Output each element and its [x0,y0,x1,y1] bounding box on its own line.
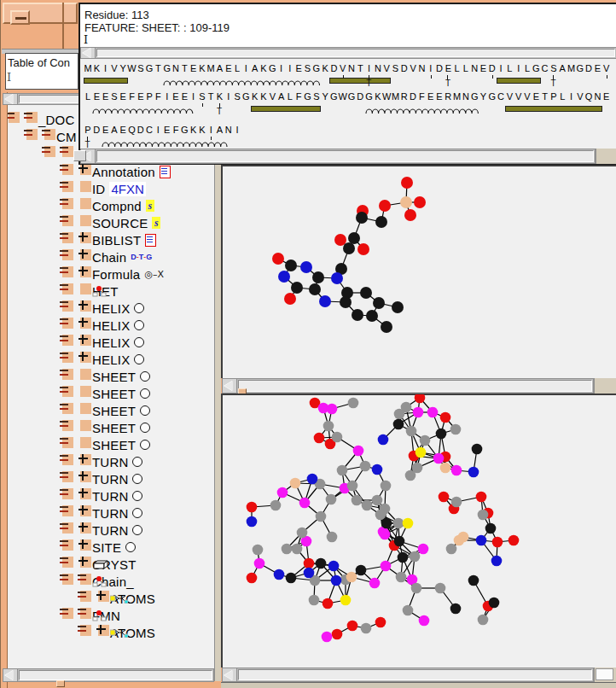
tree-item-cryst-26[interactable]: CRYST [8,556,214,573]
atom[interactable] [270,500,282,511]
tree-item-atoms-28[interactable]: ATOMS [8,590,214,607]
tree-item-sheet-18[interactable]: SHEET [8,419,214,436]
atom[interactable] [403,518,414,529]
tree-expand-box[interactable] [80,266,91,277]
atom[interactable] [307,474,318,485]
atom[interactable] [334,234,346,246]
tree-expand-box[interactable] [80,522,91,533]
tree-item-label[interactable]: Chain [92,250,126,265]
tree-node-box[interactable] [62,420,73,431]
atom[interactable] [381,321,392,333]
tree-expand-box[interactable] [80,249,91,260]
scrollbar-trough[interactable] [96,49,615,57]
window-menu-button[interactable] [10,10,30,25]
tree-item-turn-22[interactable]: TURN [8,487,214,504]
tree-expand-box[interactable] [80,574,91,585]
atom[interactable] [450,424,462,435]
atom[interactable] [478,510,489,521]
tree-node-box[interactable] [62,574,73,585]
atom[interactable] [340,296,352,308]
tree-view[interactable]: _DOCCMMAnnotationID4FXNCompndsSOURCEsBIB… [8,105,214,668]
scroll-left-arrow-icon[interactable] [3,669,18,681]
atom[interactable] [348,232,360,244]
scrollbar-trough[interactable] [19,670,212,680]
tree-item-compnd-5[interactable]: Compnds [8,197,214,214]
tree-expand-box[interactable] [98,591,109,602]
tree-expand-box[interactable] [44,129,55,140]
tree-item-label[interactable]: BIBLIST [92,233,141,248]
tree-node-box[interactable] [62,505,73,516]
tree-item-helix-12[interactable]: HELIX [8,317,214,334]
tree-item-label[interactable]: TURN [92,489,128,504]
atom[interactable] [373,297,385,309]
atom[interactable] [326,494,337,505]
tree-expand-box[interactable] [80,557,91,568]
atom[interactable] [285,259,297,271]
tree-item-formula-9[interactable]: Formula◎–X [8,265,214,283]
tree-expand-box[interactable] [80,505,91,516]
tree-item-turn-23[interactable]: TURN [8,504,214,522]
tree-item-helix-13[interactable]: HELIX [8,334,214,351]
scrollbar-trough[interactable] [238,380,592,392]
protein-panel-scrollbar[interactable] [222,668,594,682]
atom[interactable] [347,481,358,492]
atom[interactable] [304,558,315,569]
atom[interactable] [297,528,308,539]
atom[interactable] [316,558,327,569]
tree-node-box[interactable] [62,249,73,260]
atom[interactable] [292,544,303,555]
atom[interactable] [435,583,446,594]
sequence-bottom-scrollbar[interactable] [80,149,596,164]
tree-item-label[interactable]: SHEET [92,438,136,452]
tree-item-source-6[interactable]: SOURCEs [8,214,214,231]
toc-title-field[interactable]: Table of Con I [5,53,78,90]
atom[interactable] [478,615,489,626]
atom[interactable] [375,216,387,228]
atom[interactable] [323,598,334,609]
atom[interactable] [381,561,392,572]
pdb-id-value[interactable]: 4FXN [109,182,145,196]
atom[interactable] [492,537,503,548]
tree-node-box[interactable] [62,181,73,192]
pane-sash-handle[interactable] [73,150,86,161]
tree-node-box[interactable] [62,215,73,226]
tree-node-box[interactable] [62,557,73,568]
tree-item-turn-21[interactable]: TURN [8,470,214,487]
atom[interactable] [254,558,265,569]
atom[interactable] [427,407,439,418]
atom[interactable] [277,487,288,499]
atom[interactable] [361,623,372,634]
atom[interactable] [322,632,333,643]
atom[interactable] [319,295,331,307]
atom[interactable] [346,572,357,583]
atom[interactable] [400,196,412,208]
tree-item-label[interactable]: _DOC [38,113,74,127]
atom[interactable] [291,282,303,294]
atom[interactable] [380,529,391,540]
atom[interactable] [393,419,404,430]
tree-node-box[interactable] [62,471,73,482]
tree-node-box[interactable] [62,522,73,533]
atom[interactable] [253,545,264,556]
tree-node-box[interactable] [62,198,73,209]
atom[interactable] [340,595,352,606]
atom[interactable] [472,444,483,455]
tree-expand-box[interactable] [80,335,91,346]
tree-expand-box[interactable] [80,164,91,175]
atom[interactable] [439,492,450,503]
tree-node-box[interactable] [62,232,73,243]
atom[interactable] [290,478,301,489]
atom[interactable] [286,573,297,584]
tree-node-box[interactable] [62,369,73,380]
scrollbar-trough[interactable] [96,150,594,162]
tree-item-label[interactable]: Formula [92,267,140,282]
atom[interactable] [381,518,392,529]
atom[interactable] [331,575,342,586]
atom[interactable] [413,407,424,418]
scroll-left-arrow-icon[interactable] [223,668,237,681]
tree-node-box[interactable] [62,318,73,329]
atom[interactable] [446,544,457,555]
tree-node-box[interactable] [62,488,73,499]
atom[interactable] [418,544,429,555]
atom[interactable] [360,287,372,299]
